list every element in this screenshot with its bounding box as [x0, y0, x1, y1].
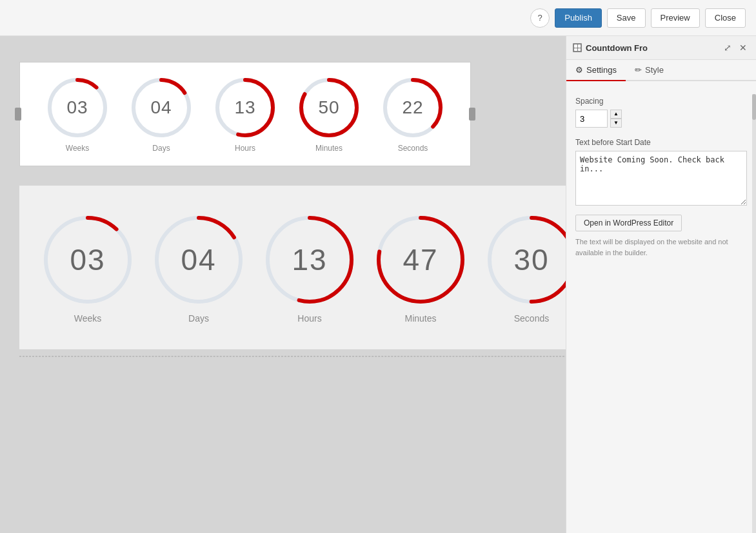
circle-container: 22: [381, 75, 445, 140]
tab-settings[interactable]: ⚙ Settings: [566, 60, 626, 81]
circle-label: Weeks: [74, 313, 102, 324]
circle-container: 03: [45, 75, 110, 140]
circle-label: Seconds: [398, 144, 428, 153]
preview-button[interactable]: Preview: [651, 8, 700, 28]
circle-number: 13: [292, 242, 327, 277]
close-button[interactable]: Close: [705, 8, 746, 28]
panel-close-button[interactable]: ✕: [737, 41, 750, 54]
panel-content: Spacing ▲ ▼ Text before Start Date Open …: [566, 81, 756, 520]
resize-handle-right[interactable]: [469, 108, 475, 121]
circle-container: 47: [372, 211, 469, 308]
text-before-textarea[interactable]: [575, 151, 747, 206]
spacing-increment[interactable]: ▲: [610, 110, 622, 119]
resize-handle-left[interactable]: [15, 108, 21, 121]
countdown-item: 04 Days: [150, 211, 248, 324]
spacing-input[interactable]: [575, 110, 608, 128]
panel-tabs: ⚙ Settings ✏ Style: [566, 60, 756, 81]
panel-scrollbar[interactable]: [752, 94, 756, 533]
circle-container: 03: [39, 211, 136, 308]
circle-label: Weeks: [66, 144, 89, 153]
panel-title-icon: [573, 43, 582, 52]
panel-header-actions: ⤢ ✕: [721, 41, 750, 54]
panel-header: Countdown Fro ⤢ ✕: [566, 36, 756, 60]
circle-container: 50: [297, 75, 361, 140]
countdown-item: 13 Hours: [203, 75, 287, 153]
circle-number: 04: [150, 97, 172, 118]
countdown-item: 13 Hours: [261, 211, 359, 324]
circle-label: Hours: [235, 144, 255, 153]
circle-container: 04: [129, 75, 194, 140]
publish-button[interactable]: Publish: [555, 8, 602, 28]
tab-style[interactable]: ✏ Style: [626, 60, 673, 81]
spacing-input-row: ▲ ▼: [575, 110, 747, 128]
circle-number: 03: [70, 242, 105, 277]
circle-label: Days: [188, 313, 209, 324]
circle-number: 50: [318, 97, 339, 118]
style-brush-icon: ✏: [635, 65, 642, 75]
countdown-item: 03 Weeks: [39, 211, 137, 324]
open-wp-editor-button[interactable]: Open in WordPress Editor: [575, 215, 682, 231]
circle-number: 30: [513, 242, 549, 277]
circle-number: 47: [403, 242, 438, 277]
circle-container: 30: [483, 211, 566, 308]
countdown-row-top: 03 Weeks 04 Days 13 Hours 50 Minutes 22 …: [33, 75, 457, 153]
help-button[interactable]: ?: [530, 8, 550, 28]
circle-label: Seconds: [514, 313, 549, 324]
circle-number: 22: [402, 97, 423, 118]
spacing-decrement[interactable]: ▼: [610, 119, 622, 128]
circle-container: 13: [213, 75, 277, 140]
canvas-area: 03 Weeks 04 Days 13 Hours 50 Minutes 22 …: [0, 36, 566, 533]
toolbar: ? Publish Save Preview Close: [0, 0, 756, 36]
circle-label: Days: [152, 144, 170, 153]
countdown-item: 30 Seconds: [482, 211, 566, 324]
circle-label: Minutes: [404, 313, 436, 324]
circle-container: 13: [261, 211, 358, 308]
circle-number: 04: [181, 242, 216, 277]
countdown-item: 50 Minutes: [287, 75, 371, 153]
panel-scrollbar-thumb[interactable]: [752, 94, 756, 120]
spacing-spinners: ▲ ▼: [610, 110, 622, 128]
countdown-item: 04 Days: [119, 75, 203, 153]
dashed-divider: [19, 356, 566, 357]
panel-popout-button[interactable]: ⤢: [721, 41, 734, 54]
bottom-section: 03 Weeks 04 Days 13 Hours 47 Minutes 30 …: [19, 186, 566, 349]
countdown-item: 03 Weeks: [35, 75, 119, 153]
circle-number: 03: [66, 97, 88, 118]
right-panel: Countdown Fro ⤢ ✕ ⚙ Settings ✏ Style Spa…: [566, 36, 756, 533]
countdown-item: 47 Minutes: [372, 211, 470, 324]
text-before-label: Text before Start Date: [575, 138, 747, 147]
countdown-item: 22 Seconds: [371, 75, 455, 153]
panel-title: Countdown Fro: [573, 43, 648, 53]
help-text: The text will be displayed on the websit…: [575, 237, 747, 258]
circle-container: 04: [150, 211, 247, 308]
save-button[interactable]: Save: [607, 8, 646, 28]
spacing-label: Spacing: [575, 97, 747, 106]
settings-gear-icon: ⚙: [575, 65, 583, 75]
countdown-row-bottom: 03 Weeks 04 Days 13 Hours 47 Minutes 30 …: [39, 211, 566, 324]
circle-label: Minutes: [315, 144, 343, 153]
widget-frame-top: 03 Weeks 04 Days 13 Hours 50 Minutes 22 …: [19, 62, 471, 166]
circle-number: 13: [234, 97, 255, 118]
circle-label: Hours: [297, 313, 321, 324]
